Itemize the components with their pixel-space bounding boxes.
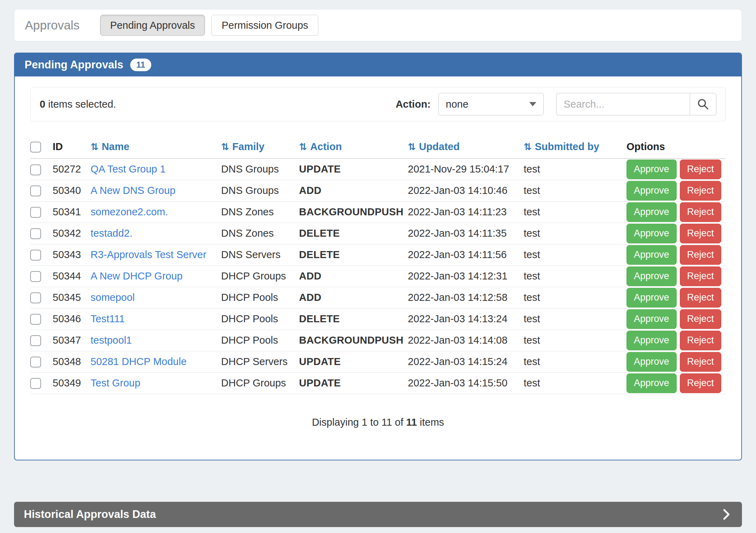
column-header-name[interactable]: ⇅Name <box>91 135 221 158</box>
row-updated: 2022-Jan-03 14:15:24 <box>408 351 524 372</box>
historical-approvals-bar[interactable]: Historical Approvals Data <box>14 502 742 527</box>
toolbar: 0 items selected. Action: none <box>30 87 726 121</box>
table-row: 50340 A New DNS Group DNS Groups ADD 202… <box>30 180 726 201</box>
row-options-cell: Approve Reject <box>626 287 726 308</box>
action-select-value: none <box>446 99 469 110</box>
row-checkbox[interactable] <box>30 185 41 196</box>
row-family: DHCP Groups <box>221 372 299 394</box>
reject-button[interactable]: Reject <box>680 266 722 286</box>
action-select[interactable]: none <box>438 93 544 115</box>
row-checkbox-cell <box>30 287 53 308</box>
row-checkbox[interactable] <box>30 314 41 325</box>
row-options-buttons: Approve Reject <box>626 202 722 222</box>
tab-pending-approvals[interactable]: Pending Approvals <box>100 15 205 36</box>
approve-button[interactable]: Approve <box>626 331 677 350</box>
row-name-link[interactable]: A New DHCP Group <box>91 270 183 282</box>
row-name-link[interactable]: A New DNS Group <box>91 185 175 196</box>
reject-button[interactable]: Reject <box>680 224 722 243</box>
approve-button[interactable]: Approve <box>626 202 677 222</box>
sort-icon: ⇅ <box>299 141 307 152</box>
column-header-updated[interactable]: ⇅Updated <box>408 135 524 158</box>
selected-count-label: items selected. <box>45 99 116 110</box>
row-options-buttons: Approve Reject <box>626 160 722 179</box>
tab-permission-groups[interactable]: Permission Groups <box>211 15 318 36</box>
approve-button[interactable]: Approve <box>626 160 677 179</box>
row-checkbox[interactable] <box>30 250 41 261</box>
row-action: ADD <box>299 180 408 201</box>
row-checkbox[interactable] <box>30 207 41 218</box>
row-options-cell: Approve Reject <box>626 223 726 244</box>
display-count-suffix: items <box>417 417 444 428</box>
search-button[interactable] <box>690 93 716 115</box>
reject-button[interactable]: Reject <box>680 160 722 179</box>
row-options-cell: Approve Reject <box>626 330 726 351</box>
row-family: DNS Servers <box>221 244 299 265</box>
approve-button[interactable]: Approve <box>626 266 677 286</box>
row-submitted-by: test <box>524 351 626 372</box>
row-name-link[interactable]: Test111 <box>91 313 125 324</box>
search-input[interactable] <box>556 93 690 115</box>
reject-button[interactable]: Reject <box>680 288 722 308</box>
row-name-link[interactable]: somepool <box>91 292 135 303</box>
search-icon <box>697 98 709 110</box>
row-name-cell: R3-Approvals Test Server <box>91 244 221 265</box>
approve-button[interactable]: Approve <box>626 373 677 393</box>
row-submitted-by: test <box>524 287 626 308</box>
row-checkbox[interactable] <box>30 292 41 303</box>
approve-button[interactable]: Approve <box>626 288 677 308</box>
row-checkbox[interactable] <box>30 271 41 282</box>
row-checkbox[interactable] <box>30 164 41 175</box>
row-checkbox[interactable] <box>30 335 41 346</box>
row-name-link[interactable]: Test Group <box>91 377 140 389</box>
row-checkbox[interactable] <box>30 228 41 239</box>
row-submitted-by: test <box>524 223 626 244</box>
reject-button[interactable]: Reject <box>680 373 722 393</box>
toolbar-right: Action: none <box>396 93 716 115</box>
row-action: UPDATE <box>299 372 408 394</box>
row-updated: 2022-Jan-03 14:12:31 <box>408 265 524 287</box>
panel-title: Pending Approvals <box>25 59 123 71</box>
column-header-family[interactable]: ⇅Family <box>221 135 299 158</box>
select-all-cell <box>30 135 53 158</box>
row-name-link[interactable]: QA Test Group 1 <box>91 163 166 175</box>
approve-button[interactable]: Approve <box>626 309 677 329</box>
row-name-link[interactable]: somezone2.com. <box>91 206 168 217</box>
row-family: DHCP Servers <box>221 351 299 372</box>
column-header-id: ID <box>53 135 91 158</box>
row-name-cell: testadd2. <box>91 223 221 244</box>
sort-icon: ⇅ <box>408 141 416 152</box>
historical-title: Historical Approvals Data <box>24 508 156 521</box>
reject-button[interactable]: Reject <box>680 352 722 372</box>
table-row: 50344 A New DHCP Group DHCP Groups ADD 2… <box>30 265 726 287</box>
row-name-link[interactable]: R3-Approvals Test Server <box>91 249 206 260</box>
row-options-buttons: Approve Reject <box>626 309 722 329</box>
topbar: Approvals Pending Approvals Permission G… <box>14 9 742 41</box>
row-family: DNS Zones <box>221 223 299 244</box>
approve-button[interactable]: Approve <box>626 245 677 265</box>
row-options-cell: Approve Reject <box>626 180 726 201</box>
approve-button[interactable]: Approve <box>626 224 677 243</box>
reject-button[interactable]: Reject <box>680 181 722 201</box>
table-row: 50341 somezone2.com. DNS Zones BACKGROUN… <box>30 201 726 223</box>
reject-button[interactable]: Reject <box>680 309 722 329</box>
row-name-link[interactable]: testpool1 <box>91 335 132 346</box>
row-checkbox-cell <box>30 201 53 223</box>
row-checkbox-cell <box>30 330 53 351</box>
row-checkbox[interactable] <box>30 378 41 389</box>
selected-count-text: 0 items selected. <box>40 99 116 110</box>
column-header-action[interactable]: ⇅Action <box>299 135 408 158</box>
caret-down-icon <box>529 102 536 106</box>
row-submitted-by: test <box>524 201 626 223</box>
row-name-link[interactable]: 50281 DHCP Module <box>91 356 187 367</box>
reject-button[interactable]: Reject <box>680 331 722 350</box>
row-checkbox[interactable] <box>30 357 41 367</box>
reject-button[interactable]: Reject <box>680 202 722 222</box>
approve-button[interactable]: Approve <box>626 352 677 372</box>
select-all-checkbox[interactable] <box>30 142 41 153</box>
row-action: UPDATE <box>299 351 408 372</box>
approve-button[interactable]: Approve <box>626 181 677 201</box>
column-header-submitted-by[interactable]: ⇅Submitted by <box>524 135 626 158</box>
row-name-cell: QA Test Group 1 <box>91 158 221 180</box>
reject-button[interactable]: Reject <box>680 245 722 265</box>
row-name-link[interactable]: testadd2. <box>91 228 132 239</box>
